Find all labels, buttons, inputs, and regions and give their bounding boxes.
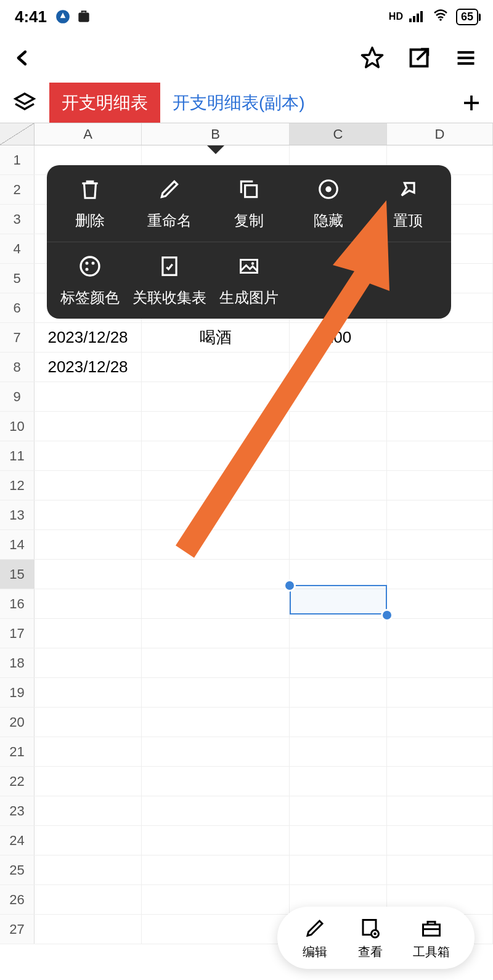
wifi-icon (431, 7, 450, 27)
row-head[interactable]: 8 (0, 353, 35, 382)
add-tab-button[interactable] (450, 83, 493, 123)
selection-handle-tl[interactable] (283, 579, 296, 592)
row-head[interactable]: 21 (0, 737, 35, 766)
row-head[interactable]: 7 (0, 323, 35, 352)
back-button[interactable] (7, 43, 37, 73)
menu-pointer-caret (207, 145, 224, 154)
row-head[interactable]: 15 (0, 560, 35, 589)
pencil-icon (302, 915, 328, 941)
svg-point-16 (81, 257, 99, 276)
signal-icon (409, 7, 425, 27)
tab-inactive[interactable]: 开支明细表(副本) (160, 83, 317, 123)
palette-icon (77, 253, 103, 279)
svg-rect-2 (409, 18, 412, 22)
select-all-corner[interactable] (0, 123, 35, 145)
image-icon (236, 253, 262, 279)
bottom-edit[interactable]: 编辑 (302, 915, 328, 960)
row-head[interactable]: 24 (0, 826, 35, 855)
tab-inactive-label: 开支明细表(副本) (173, 91, 305, 115)
row-head[interactable]: 22 (0, 767, 35, 796)
row-head[interactable]: 17 (0, 619, 35, 648)
svg-point-17 (86, 262, 89, 265)
copy-icon (236, 176, 262, 202)
svg-point-18 (92, 262, 95, 265)
row-head[interactable]: 14 (0, 530, 35, 559)
bottom-toolbar: 编辑 查看 工具箱 (277, 907, 475, 969)
ctx-delete[interactable]: 删除 (51, 176, 130, 231)
sheet-tabs-row: 开支明细表 开支明细表(副本) (0, 83, 493, 123)
ctx-link-form[interactable]: 关联收集表 (130, 253, 210, 308)
tab-active[interactable]: 开支明细表 (49, 83, 160, 123)
row-head[interactable]: 19 (0, 678, 35, 707)
row-head[interactable]: 13 (0, 500, 35, 529)
status-time: 4:41 (15, 7, 47, 27)
col-header-d[interactable]: D (387, 123, 493, 145)
col-header-a[interactable]: A (35, 123, 142, 145)
cell-c7[interactable]: 100 (290, 323, 387, 352)
battery-indicator: 65 (456, 9, 478, 25)
svg-rect-13 (245, 186, 257, 197)
row-head[interactable]: 10 (0, 412, 35, 441)
col-header-c[interactable]: C (290, 123, 387, 145)
row-head[interactable]: 4 (0, 234, 35, 263)
star-button[interactable] (357, 43, 387, 73)
context-menu: 删除 重命名 复制 隐藏 置顶 标签颜色 关联收集表 生成图片 (47, 165, 451, 319)
bottom-toolbox[interactable]: 工具箱 (413, 915, 450, 960)
svg-rect-1 (78, 13, 89, 22)
view-icon (357, 915, 383, 941)
row-head[interactable]: 26 (0, 885, 35, 914)
ctx-gen-image[interactable]: 生成图片 (210, 253, 289, 308)
ctx-copy[interactable]: 复制 (210, 176, 289, 231)
pin-icon (395, 176, 421, 202)
row-head[interactable]: 23 (0, 796, 35, 825)
row-head[interactable]: 5 (0, 264, 35, 293)
row-head[interactable]: 20 (0, 708, 35, 737)
row-head[interactable]: 18 (0, 648, 35, 677)
ctx-pin[interactable]: 置顶 (368, 176, 447, 231)
row-head[interactable]: 9 (0, 382, 35, 411)
row-head[interactable]: 16 (0, 589, 35, 618)
row-head[interactable]: 2 (0, 175, 35, 204)
row-head[interactable]: 3 (0, 205, 35, 234)
bottom-view[interactable]: 查看 (357, 915, 383, 960)
row-head[interactable]: 6 (0, 293, 35, 322)
row-head[interactable]: 12 (0, 471, 35, 500)
svg-rect-5 (420, 11, 423, 22)
ctx-rename[interactable]: 重命名 (130, 176, 210, 231)
cell-a8[interactable]: 2023/12/28 (35, 353, 142, 382)
eye-icon (316, 176, 341, 202)
ctx-hide[interactable]: 隐藏 (288, 176, 368, 231)
app-icon-1 (54, 8, 71, 25)
share-button[interactable] (404, 43, 434, 73)
pencil-icon (157, 176, 182, 202)
layers-button[interactable] (0, 83, 49, 123)
app-icon-2 (75, 8, 92, 25)
svg-rect-21 (240, 260, 257, 273)
svg-rect-3 (413, 16, 415, 22)
selection-handle-br[interactable] (381, 609, 393, 621)
top-nav (0, 33, 493, 83)
trash-icon (77, 176, 103, 202)
row-head[interactable]: 1 (0, 145, 35, 174)
column-headers: A B C D (0, 123, 493, 145)
tab-active-label: 开支明细表 (62, 91, 148, 115)
toolbox-icon (418, 915, 444, 941)
svg-point-19 (86, 268, 89, 271)
svg-point-22 (251, 262, 255, 265)
svg-point-6 (439, 18, 442, 21)
cell-b7[interactable]: 喝酒 (142, 323, 290, 352)
row-head[interactable]: 27 (0, 915, 35, 944)
svg-point-26 (373, 933, 377, 936)
svg-rect-20 (163, 258, 176, 276)
row-head[interactable]: 11 (0, 441, 35, 470)
form-check-icon (157, 253, 182, 279)
menu-button[interactable] (451, 43, 481, 73)
selected-cell-box[interactable] (290, 585, 387, 615)
cell-a7[interactable]: 2023/12/28 (35, 323, 142, 352)
hd-indicator: HD (389, 11, 403, 22)
ctx-tag-color[interactable]: 标签颜色 (51, 253, 130, 308)
svg-rect-4 (417, 14, 419, 22)
svg-point-15 (325, 186, 332, 192)
col-header-b[interactable]: B (142, 123, 290, 145)
row-head[interactable]: 25 (0, 855, 35, 884)
